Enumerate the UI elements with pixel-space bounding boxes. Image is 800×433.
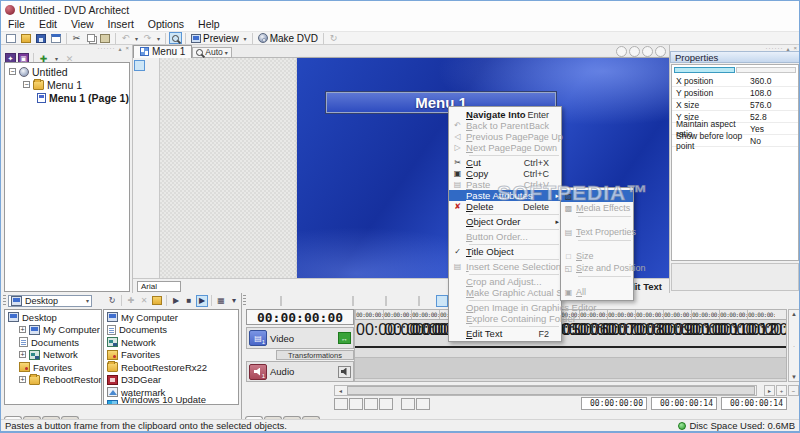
properties-tab[interactable] bbox=[674, 67, 735, 73]
scroll-left-icon[interactable]: ◂ bbox=[335, 385, 346, 396]
zoom-out-button[interactable] bbox=[629, 46, 640, 57]
stretch-video-button[interactable]: ↔ bbox=[338, 332, 351, 344]
file-list-item[interactable]: Favorites bbox=[104, 349, 238, 362]
menu-bar-item[interactable]: Options bbox=[141, 18, 191, 31]
context-menu-item[interactable]: Crop and Adjust... bbox=[449, 276, 561, 287]
stop-preview-button[interactable]: ■ bbox=[183, 295, 195, 307]
size-to-width-button[interactable] bbox=[134, 132, 145, 143]
collapse-icon[interactable]: ▴ bbox=[786, 45, 790, 52]
video-track-header[interactable]: ▤1 Video ↔ bbox=[246, 327, 354, 349]
font-name-selector[interactable]: Arial bbox=[137, 281, 181, 292]
copy-button[interactable] bbox=[84, 32, 97, 44]
save-button[interactable] bbox=[34, 32, 48, 44]
context-menu-item[interactable]: Explore Containing Folder bbox=[449, 313, 561, 324]
file-list-item[interactable]: D3DGear bbox=[104, 374, 238, 387]
submenu-item[interactable]: ▣ All bbox=[561, 286, 633, 298]
mute-audio-button[interactable] bbox=[338, 366, 351, 378]
scrollbar-thumb[interactable] bbox=[347, 386, 755, 395]
preview-button[interactable]: Preview bbox=[189, 32, 241, 44]
explorer-toolbar-button[interactable] bbox=[166, 295, 167, 306]
property-value[interactable]: 108.0 bbox=[750, 88, 798, 98]
selection-zoom-button[interactable] bbox=[616, 46, 627, 57]
timeline-toolbar-button[interactable] bbox=[285, 295, 297, 307]
toolbar-button[interactable] bbox=[165, 33, 166, 44]
video-frame-cell[interactable]: 00:00:00:09 bbox=[607, 320, 635, 348]
document-tab-menu1[interactable]: Menu 1 bbox=[133, 45, 192, 58]
timeline-toolbar-button[interactable] bbox=[337, 295, 349, 307]
context-menu-item[interactable]: ◁ Previous Page Page Up bbox=[449, 131, 561, 142]
vertical-scrollbar[interactable]: ▲ · ▼ bbox=[788, 309, 800, 382]
new-project-button[interactable] bbox=[4, 32, 18, 44]
explorer-tree-item[interactable]: Desktop bbox=[5, 311, 101, 324]
file-list-item[interactable]: Documents bbox=[104, 324, 238, 337]
property-row[interactable]: X size 576.0 bbox=[672, 99, 798, 111]
property-row[interactable]: Y position 108.0 bbox=[672, 87, 798, 99]
timeline-toolbar-button[interactable] bbox=[370, 295, 382, 307]
menu-bar-item[interactable]: File bbox=[1, 18, 32, 31]
auto-preview-button[interactable]: ▶ bbox=[196, 295, 208, 307]
submenu-item[interactable] bbox=[561, 214, 633, 226]
menu-bar-item[interactable]: Help bbox=[191, 18, 227, 31]
timeline-toolbar-button[interactable] bbox=[324, 295, 336, 307]
timeline-toolbar-button[interactable] bbox=[418, 296, 420, 306]
match-width-button[interactable] bbox=[134, 120, 145, 131]
transport-button[interactable] bbox=[394, 398, 400, 410]
timecode-box[interactable]: 00:00:00:14 bbox=[721, 397, 787, 410]
center-horizontal-button[interactable] bbox=[134, 108, 145, 119]
tree-expand-toggle[interactable]: + bbox=[19, 376, 26, 383]
play-from-start-button[interactable] bbox=[334, 398, 348, 410]
go-to-start-button[interactable] bbox=[401, 398, 415, 410]
collapse-icon[interactable]: ▴ bbox=[118, 45, 122, 52]
submenu-item[interactable]: ▨ bbox=[561, 190, 633, 202]
delete-button[interactable]: ✕ bbox=[138, 295, 150, 307]
align-right-button[interactable] bbox=[134, 96, 145, 107]
scroll-up-icon[interactable]: ▲ bbox=[791, 311, 797, 317]
tree-expand-toggle[interactable]: + bbox=[19, 326, 26, 333]
project-tree-item[interactable]: − Untitled bbox=[5, 65, 129, 78]
submenu-item[interactable]: ▤ Text Properties bbox=[561, 226, 633, 238]
zoom-level-selector[interactable]: Auto ▾ bbox=[192, 47, 232, 58]
redo-button[interactable]: ↷ bbox=[141, 32, 154, 44]
zoom-in-button[interactable] bbox=[642, 46, 653, 57]
project-tree-item[interactable]: Menu 1 (Page 1) bbox=[5, 91, 129, 104]
video-frame-cell[interactable]: 00:00:00:01 bbox=[383, 320, 411, 348]
context-menu-item[interactable]: Make Graphic Actual Size bbox=[449, 287, 561, 298]
zoom-tool-button[interactable] bbox=[169, 32, 182, 44]
undo-button[interactable]: ↶ bbox=[119, 32, 132, 44]
context-menu-item[interactable]: ✂ Cut Ctrl+X bbox=[449, 157, 561, 168]
timeline-toolbar-button[interactable] bbox=[385, 296, 387, 306]
project-properties-button[interactable] bbox=[49, 32, 63, 44]
file-list-item[interactable]: My Computer bbox=[104, 311, 238, 324]
video-frame-cell[interactable]: 00:00:00:14 bbox=[747, 320, 775, 348]
video-frame-cell[interactable]: 00:00:00:11 bbox=[663, 320, 691, 348]
add-button[interactable]: ✚ bbox=[125, 295, 137, 307]
show-grid-button[interactable] bbox=[146, 144, 157, 155]
match-height-button[interactable] bbox=[146, 120, 157, 131]
property-row[interactable]: Show before loop point No bbox=[672, 135, 798, 147]
align-top-button[interactable] bbox=[146, 84, 157, 95]
align-left-button[interactable] bbox=[134, 84, 145, 95]
cut-button[interactable]: ✂ bbox=[70, 32, 83, 44]
timecode-box[interactable]: 00:00:00:14 bbox=[651, 397, 717, 410]
text-rotate-left-tool[interactable] bbox=[134, 72, 145, 83]
context-menu-item[interactable]: Open Image in Graphics Editor bbox=[449, 302, 561, 313]
text-rotate-right-tool[interactable] bbox=[146, 72, 157, 83]
selection-tool[interactable] bbox=[134, 60, 145, 71]
context-menu-item[interactable]: Button Order... bbox=[449, 231, 561, 242]
context-menu-item[interactable]: ▤ Paste Ctrl+V bbox=[449, 179, 561, 190]
tree-expand-toggle[interactable]: − bbox=[23, 81, 30, 88]
explorer-toolbar-button[interactable] bbox=[211, 295, 212, 306]
audio-lane[interactable] bbox=[355, 357, 786, 379]
context-menu-item[interactable]: Paste Attributes ▸ bbox=[449, 190, 561, 201]
context-menu-item[interactable]: ▷ Next Page Page Down bbox=[449, 142, 561, 153]
scroll-right-icon[interactable]: ▸ bbox=[764, 385, 775, 396]
menu-bar-item[interactable]: Insert bbox=[101, 18, 141, 31]
pause-button[interactable] bbox=[364, 398, 378, 410]
toolbar-button[interactable] bbox=[115, 33, 116, 44]
context-menu-item[interactable]: ✘ Delete Delete bbox=[449, 201, 561, 212]
properties-tab[interactable] bbox=[736, 67, 797, 73]
toolbar-button[interactable] bbox=[66, 33, 67, 44]
start-preview-button[interactable]: ▶ bbox=[170, 295, 182, 307]
center-vertical-button[interactable] bbox=[146, 108, 157, 119]
show-safe-area-button[interactable] bbox=[134, 144, 145, 155]
